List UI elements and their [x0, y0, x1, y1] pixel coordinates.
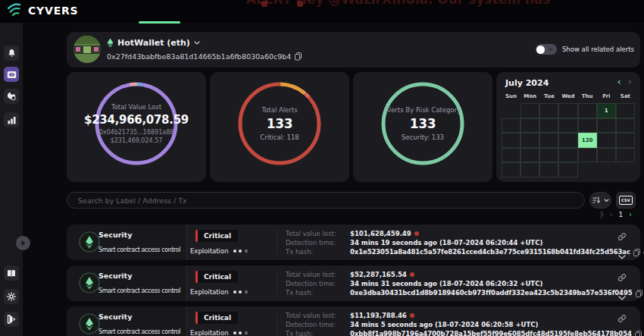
- label-detection-time: Detection time:: [286, 320, 336, 329]
- calendar-cell: [521, 103, 539, 118]
- sidebar-item-settings[interactable]: [4, 289, 19, 304]
- calendar-cell: [558, 103, 577, 118]
- copy-icon[interactable]: [635, 331, 642, 336]
- book-icon: [7, 269, 16, 278]
- calendar-cell: [502, 133, 521, 148]
- copy-icon[interactable]: [633, 249, 640, 256]
- phase-label: Exploitation: [190, 329, 229, 336]
- calendar-cell: [539, 148, 558, 163]
- calendar-day-header: Fri: [597, 93, 616, 99]
- top-bar: ALERT Hey @WazirXIndia. Our system has C…: [0, 0, 644, 23]
- calendar-cell: [502, 103, 521, 118]
- alert-detail-labels: Total value lost: Detection time: Tx has…: [286, 311, 336, 336]
- alert-detection-time: 34 mins 19 seconds ago (18-07-2024 06:20…: [350, 238, 644, 247]
- calendar-cell: [597, 148, 616, 163]
- wallet-watch-icon: [7, 71, 17, 79]
- link-icon[interactable]: [617, 230, 627, 244]
- calendar-cell: [616, 162, 635, 177]
- stat-card-total-alerts: Total Alerts 133 Critical: 118: [210, 72, 349, 182]
- ethereum-chain-icon: [79, 272, 100, 297]
- calendar-day-header: Tue: [539, 93, 558, 99]
- logout-icon: [7, 315, 16, 324]
- pagination-next-icon[interactable]: ›: [629, 210, 632, 218]
- ethereum-chain-icon: [79, 313, 100, 336]
- sort-icon: [592, 196, 602, 204]
- sidebar-item-wallet-monitor[interactable]: [4, 67, 19, 82]
- assets-shapes-icon: [7, 92, 16, 101]
- calendar-cell: [502, 148, 521, 163]
- calendar-day-headers: SunMonTueWedThuFriSat: [502, 93, 635, 99]
- search-input[interactable]: [67, 192, 585, 209]
- show-related-alerts-toggle-wrap: × Show all related alerts: [536, 44, 634, 55]
- wallet-avatar: [73, 36, 101, 63]
- donut-title: Total Value Lost: [111, 103, 161, 111]
- copy-icon[interactable]: [636, 290, 642, 297]
- sidebar-item-docs[interactable]: [4, 265, 19, 281]
- donut-title: Alerts By Risk Category: [385, 106, 461, 114]
- alert-tx-hash-row: 0xbb8f1a998b7196a4700b728a15bef55f99e608…: [350, 329, 644, 336]
- sidebar-item-assets[interactable]: [4, 89, 19, 104]
- calendar-cell: [521, 162, 539, 177]
- divider: [277, 312, 277, 336]
- alert-row[interactable]: Security Smart contract access control C…: [67, 306, 640, 336]
- alert-category: Security: [98, 272, 132, 280]
- calendar-day-header: Sun: [502, 93, 521, 99]
- export-csv-button[interactable]: CSV: [616, 192, 636, 209]
- alert-category: Security: [98, 231, 132, 239]
- alert-row[interactable]: Security Smart contract access control C…: [67, 225, 640, 260]
- link-icon[interactable]: [617, 312, 627, 326]
- pagination-prev-icon[interactable]: ‹: [609, 210, 612, 218]
- pagination-page-number[interactable]: 1: [618, 211, 623, 218]
- divider: [277, 231, 277, 254]
- calendar-cell: [558, 148, 577, 163]
- dimmed-siren-emoji: [261, 1, 267, 7]
- calendar-cell: [597, 118, 616, 133]
- calendar-prev-icon[interactable]: ‹: [617, 76, 621, 87]
- calendar-cell: [616, 133, 635, 148]
- alert-row[interactable]: Security Smart contract access control C…: [67, 265, 640, 301]
- wallet-name-dropdown[interactable]: HotWallet (eth): [107, 38, 200, 48]
- calendar-cell: [521, 118, 539, 133]
- phase-progress-dots: [233, 290, 249, 294]
- alert-phase: Exploitation: [190, 329, 248, 336]
- donut-value: 133: [410, 116, 436, 131]
- copy-icon[interactable]: [295, 52, 302, 61]
- toggle-knob: [536, 46, 545, 54]
- calendar-cell: [539, 103, 558, 118]
- calendar-month-title: July 2024: [505, 78, 549, 88]
- sidebar-item-logout[interactable]: [4, 312, 19, 327]
- pagination-first-icon[interactable]: |‹: [600, 210, 603, 218]
- calendar-cell-value[interactable]: 1: [597, 103, 616, 118]
- active-tab-indicator: [139, 21, 180, 24]
- sidebar-expand-button[interactable]: [16, 236, 30, 250]
- gear-icon: [7, 292, 16, 301]
- calendar-cell-value[interactable]: 120: [578, 133, 597, 148]
- label-total-value-lost: Total value lost:: [286, 270, 336, 279]
- chevron-down-icon[interactable]: [618, 330, 626, 336]
- alert-detection-time: 34 mins 31 seconds ago (18-07-2024 06:20…: [350, 279, 644, 288]
- alert-detail-values: $101,628,459.49 34 mins 19 seconds ago (…: [350, 229, 644, 257]
- alert-total-value: $52,287,165.54: [350, 270, 644, 279]
- cyvers-logo: CYVERS: [7, 3, 78, 18]
- cyvers-swoosh-icon: [5, 2, 25, 20]
- donut-sub-security: Security: 133: [402, 133, 444, 141]
- calendar-cell: [558, 133, 577, 148]
- calendar-cell: [578, 103, 597, 118]
- calendar-cell: [616, 118, 635, 133]
- sidebar-item-notifications[interactable]: [4, 46, 19, 61]
- chevron-down-icon[interactable]: [618, 289, 626, 303]
- toggle-off-x-icon: ×: [548, 44, 554, 55]
- alert-detail-values: $11,193,788.46 34 mins 5 seconds ago (18…: [350, 311, 644, 336]
- sidebar-item-analytics[interactable]: [4, 112, 19, 127]
- link-icon[interactable]: [617, 271, 627, 285]
- alert-detection-time: 34 mins 5 seconds ago (18-07-2024 06:20:…: [350, 320, 644, 329]
- calendar-cell: [502, 162, 521, 177]
- alert-tx-hash-row: 0x1e523051a8a481c5a57fe8261cced4cb3e775c…: [350, 247, 644, 256]
- chevron-down-icon[interactable]: [618, 248, 626, 262]
- show-related-alerts-toggle[interactable]: ×: [536, 44, 557, 55]
- calendar-next-icon[interactable]: ›: [628, 76, 632, 87]
- sort-button[interactable]: [589, 192, 611, 209]
- label-tx-hash: Tx hash:: [286, 247, 336, 256]
- donut-sub-amount: $231,469,024.57: [111, 137, 163, 144]
- label-tx-hash: Tx hash:: [286, 288, 336, 297]
